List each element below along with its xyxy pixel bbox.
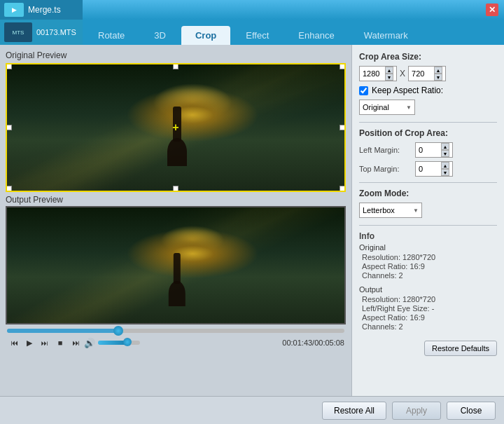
crop-handle-tr[interactable]	[340, 64, 344, 69]
play-button[interactable]: ▶	[22, 336, 36, 350]
skip-to-start-button[interactable]: ⏮	[7, 336, 21, 350]
right-panel: Crop Area Size: 1280 ▲ ▼ X 720 ▲ ▼ Keep	[351, 45, 504, 396]
crop-width-spinbox[interactable]: 1280 ▲ ▼	[359, 66, 397, 81]
keep-aspect-checkbox[interactable]	[359, 86, 368, 95]
crop-handle-bm[interactable]	[173, 186, 178, 191]
crop-handle-ml[interactable]	[7, 125, 12, 130]
zoom-dropdown[interactable]: Letterbox ▼	[359, 203, 422, 218]
crop-handle-br[interactable]	[340, 186, 344, 191]
tab-crop[interactable]: Crop	[181, 26, 230, 45]
preview-area: Original Preview +	[0, 45, 351, 396]
volume-thumb[interactable]	[123, 338, 132, 346]
crop-handle-bl[interactable]	[7, 186, 12, 191]
zoom-dropdown-row: Letterbox ▼	[359, 203, 497, 218]
zoom-dropdown-value: Letterbox	[363, 206, 413, 214]
divider-3	[359, 225, 497, 226]
file-thumbnail: MTS	[4, 22, 32, 42]
sidebar-file-item[interactable]: MTS 00173.MTS	[0, 20, 83, 45]
left-margin-down[interactable]: ▼	[441, 150, 449, 157]
top-margin-spinbox[interactable]: 0 ▲ ▼	[415, 161, 453, 177]
crop-width-up[interactable]: ▲	[385, 67, 393, 74]
stop-button[interactable]: ■	[53, 336, 67, 350]
original-video-container[interactable]: +	[6, 63, 346, 192]
output-channels: Channels: 2	[359, 322, 497, 331]
tab-watermark[interactable]: Watermark	[350, 26, 422, 45]
aspect-dropdown-arrow: ▼	[406, 104, 412, 111]
crop-height-arrows[interactable]: ▲ ▼	[434, 67, 442, 81]
top-margin-value: 0	[419, 165, 441, 173]
seek-thumb[interactable]	[113, 326, 123, 336]
close-button[interactable]: ✕	[486, 4, 498, 16]
seek-bar-container[interactable]	[7, 329, 344, 333]
output-video	[7, 207, 344, 323]
divider-1	[359, 122, 497, 123]
crop-height-value: 720	[412, 69, 434, 78]
divider-2	[359, 182, 497, 183]
output-aspect: Aspect Ratio: 16:9	[359, 313, 497, 322]
left-margin-arrows[interactable]: ▲ ▼	[441, 143, 449, 157]
zoom-mode-title: Zoom Mode:	[359, 189, 497, 198]
time-display: 00:01:43/00:05:08	[282, 338, 344, 347]
seek-fill	[7, 329, 118, 333]
sidebar-file-label: 00173.MTS	[36, 28, 76, 36]
seek-bar[interactable]	[7, 329, 344, 333]
crop-crosshair: +	[172, 121, 178, 134]
restore-defaults-button[interactable]: Restore Defaults	[424, 341, 497, 356]
original-video: +	[7, 64, 344, 191]
figure-silhouette	[163, 107, 191, 170]
step-forward-button[interactable]: ⏭	[38, 336, 52, 350]
info-section: Info Original Resolution: 1280*720 Aspec…	[359, 231, 497, 280]
output-resolution: Resolution: 1280*720	[359, 295, 497, 303]
top-margin-arrows[interactable]: ▲ ▼	[441, 162, 449, 176]
output-subtitle: Output	[359, 285, 497, 294]
aspect-dropdown[interactable]: Original ▼	[359, 100, 415, 115]
crop-height-spinbox[interactable]: 720 ▲ ▼	[408, 66, 446, 81]
sidebar-merge-item[interactable]: ▶ Merge.ts	[0, 0, 83, 20]
aspect-dropdown-value: Original	[363, 103, 406, 111]
volume-bar[interactable]	[98, 341, 140, 345]
original-channels: Channels: 2	[359, 271, 497, 280]
original-aspect: Aspect Ratio: 16:9	[359, 262, 497, 271]
tab-3d[interactable]: 3D	[140, 26, 180, 45]
crop-handle-mr[interactable]	[340, 125, 344, 130]
bottom-bar: Restore All Apply Close	[0, 396, 504, 424]
output-video-container	[6, 206, 346, 324]
controls-row: ⏮ ▶ ⏭ ■ ⏭ 🔊 00:01:43/00:05:08	[6, 336, 346, 350]
crop-handle-tl[interactable]	[7, 64, 12, 69]
output-info-section: Output Resolution: 1280*720 Left/Right E…	[359, 285, 497, 331]
crop-width-arrows[interactable]: ▲ ▼	[385, 67, 393, 81]
crop-height-up[interactable]: ▲	[434, 67, 442, 74]
main-content: Original Preview +	[0, 45, 504, 396]
left-margin-up[interactable]: ▲	[441, 143, 449, 150]
left-margin-value: 0	[419, 146, 441, 154]
tab-rotate[interactable]: Rotate	[84, 26, 139, 45]
tab-enhance[interactable]: Enhance	[284, 26, 348, 45]
close-dialog-button[interactable]: Close	[447, 402, 496, 420]
left-margin-spinbox[interactable]: 0 ▲ ▼	[415, 142, 453, 158]
position-title: Position of Crop Area:	[359, 128, 497, 138]
merge-icon: ▶	[4, 3, 24, 17]
crop-area-title: Crop Area Size:	[359, 52, 497, 62]
restore-all-button[interactable]: Restore All	[322, 402, 386, 420]
sidebar-merge-label: Merge.ts	[28, 5, 61, 15]
output-eye-size: Left/Right Eye Size: -	[359, 304, 497, 313]
original-resolution: Resolution: 1280*720	[359, 253, 497, 261]
top-margin-down[interactable]: ▼	[441, 169, 449, 176]
crop-width-value: 1280	[363, 69, 385, 78]
aspect-dropdown-row: Original ▼	[359, 100, 497, 115]
crop-width-down[interactable]: ▼	[385, 74, 393, 81]
left-margin-row: Left Margin: 0 ▲ ▼	[359, 142, 497, 158]
crop-height-down[interactable]: ▼	[434, 74, 442, 81]
apply-button[interactable]: Apply	[392, 402, 441, 420]
playback-bar: ⏮ ▶ ⏭ ■ ⏭ 🔊 00:01:43/00:05:08	[6, 326, 346, 351]
keep-aspect-row: Keep Aspect Ratio:	[359, 86, 497, 95]
left-margin-label: Left Margin:	[359, 146, 415, 154]
skip-to-end-button[interactable]: ⏭	[69, 336, 83, 350]
tab-effect[interactable]: Effect	[232, 26, 283, 45]
top-margin-up[interactable]: ▲	[441, 162, 449, 169]
original-preview-label: Original Preview	[6, 50, 346, 60]
crop-size-row: 1280 ▲ ▼ X 720 ▲ ▼	[359, 66, 497, 81]
info-title: Info	[359, 231, 497, 241]
volume-icon: 🔊	[84, 338, 95, 348]
crop-handle-tm[interactable]	[173, 64, 178, 69]
